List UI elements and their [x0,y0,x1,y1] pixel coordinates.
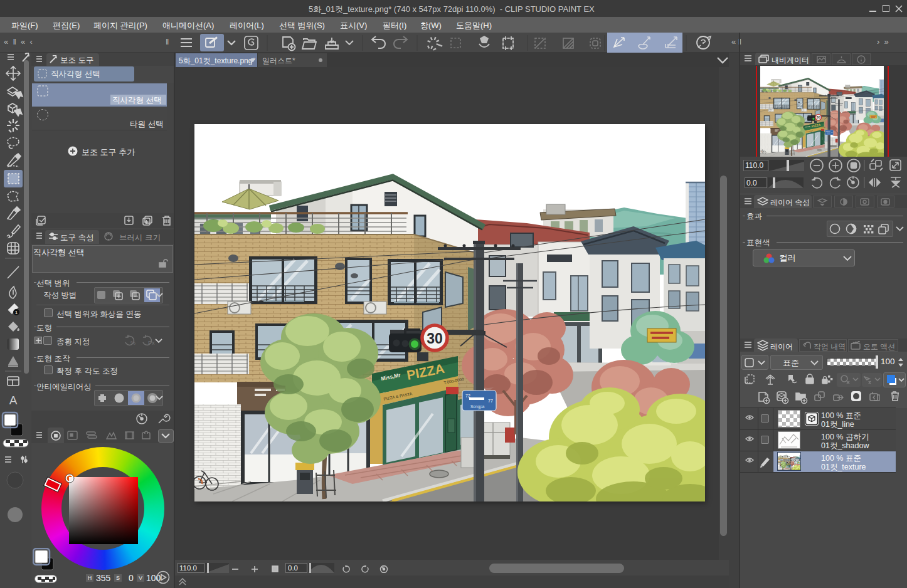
svg-text:1: 1 [15,310,18,315]
svg-text:%: % [130,340,135,346]
svg-text:Px: Px [148,340,155,346]
svg-text:A: A [9,394,18,407]
